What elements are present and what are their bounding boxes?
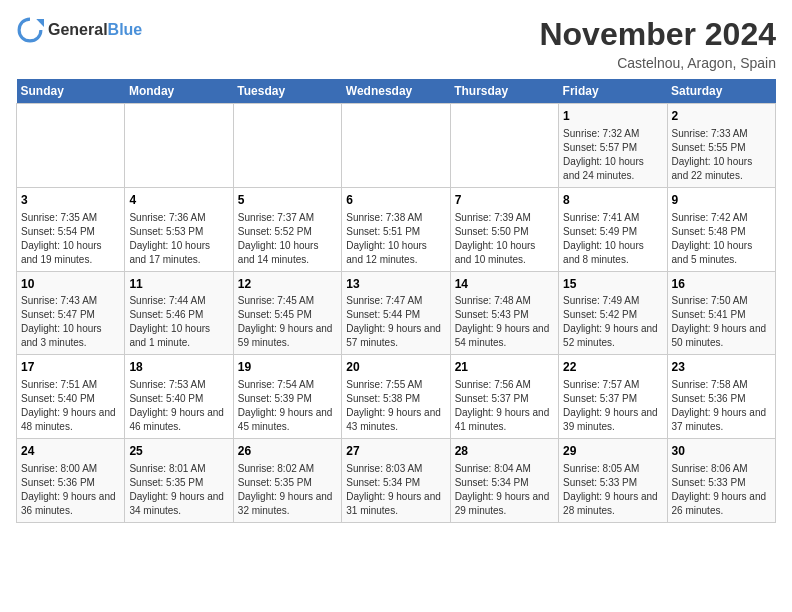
calendar-cell: 26Sunrise: 8:02 AMSunset: 5:35 PMDayligh… [233,439,341,523]
day-number: 4 [129,192,228,209]
calendar-cell: 28Sunrise: 8:04 AMSunset: 5:34 PMDayligh… [450,439,558,523]
calendar-cell: 3Sunrise: 7:35 AMSunset: 5:54 PMDaylight… [17,187,125,271]
calendar-cell [233,104,341,188]
calendar-cell: 29Sunrise: 8:05 AMSunset: 5:33 PMDayligh… [559,439,667,523]
day-number: 20 [346,359,445,376]
day-number: 16 [672,276,771,293]
calendar-cell: 9Sunrise: 7:42 AMSunset: 5:48 PMDaylight… [667,187,775,271]
day-number: 15 [563,276,662,293]
calendar-week-5: 24Sunrise: 8:00 AMSunset: 5:36 PMDayligh… [17,439,776,523]
logo-icon [16,16,44,44]
day-info: Sunrise: 8:06 AMSunset: 5:33 PMDaylight:… [672,462,771,518]
day-info: Sunrise: 7:51 AMSunset: 5:40 PMDaylight:… [21,378,120,434]
day-info: Sunrise: 8:00 AMSunset: 5:36 PMDaylight:… [21,462,120,518]
calendar-cell: 1Sunrise: 7:32 AMSunset: 5:57 PMDaylight… [559,104,667,188]
calendar-cell: 12Sunrise: 7:45 AMSunset: 5:45 PMDayligh… [233,271,341,355]
calendar-cell [450,104,558,188]
day-number: 28 [455,443,554,460]
day-info: Sunrise: 7:48 AMSunset: 5:43 PMDaylight:… [455,294,554,350]
location-title: Castelnou, Aragon, Spain [539,55,776,71]
calendar-cell: 30Sunrise: 8:06 AMSunset: 5:33 PMDayligh… [667,439,775,523]
day-number: 6 [346,192,445,209]
day-number: 25 [129,443,228,460]
day-number: 11 [129,276,228,293]
day-info: Sunrise: 7:44 AMSunset: 5:46 PMDaylight:… [129,294,228,350]
calendar-cell: 4Sunrise: 7:36 AMSunset: 5:53 PMDaylight… [125,187,233,271]
calendar-cell: 23Sunrise: 7:58 AMSunset: 5:36 PMDayligh… [667,355,775,439]
day-info: Sunrise: 7:35 AMSunset: 5:54 PMDaylight:… [21,211,120,267]
calendar-cell [342,104,450,188]
day-info: Sunrise: 7:39 AMSunset: 5:50 PMDaylight:… [455,211,554,267]
day-number: 14 [455,276,554,293]
col-monday: Monday [125,79,233,104]
calendar-table: Sunday Monday Tuesday Wednesday Thursday… [16,79,776,523]
day-number: 18 [129,359,228,376]
col-sunday: Sunday [17,79,125,104]
day-info: Sunrise: 7:53 AMSunset: 5:40 PMDaylight:… [129,378,228,434]
day-info: Sunrise: 7:38 AMSunset: 5:51 PMDaylight:… [346,211,445,267]
day-info: Sunrise: 7:47 AMSunset: 5:44 PMDaylight:… [346,294,445,350]
col-thursday: Thursday [450,79,558,104]
day-number: 8 [563,192,662,209]
day-info: Sunrise: 7:50 AMSunset: 5:41 PMDaylight:… [672,294,771,350]
calendar-cell: 13Sunrise: 7:47 AMSunset: 5:44 PMDayligh… [342,271,450,355]
day-number: 12 [238,276,337,293]
day-number: 19 [238,359,337,376]
calendar-cell: 14Sunrise: 7:48 AMSunset: 5:43 PMDayligh… [450,271,558,355]
day-number: 30 [672,443,771,460]
header-row: Sunday Monday Tuesday Wednesday Thursday… [17,79,776,104]
header: GeneralBlue November 2024 Castelnou, Ara… [16,16,776,71]
day-number: 10 [21,276,120,293]
day-info: Sunrise: 8:02 AMSunset: 5:35 PMDaylight:… [238,462,337,518]
day-info: Sunrise: 7:36 AMSunset: 5:53 PMDaylight:… [129,211,228,267]
day-info: Sunrise: 7:41 AMSunset: 5:49 PMDaylight:… [563,211,662,267]
calendar-cell: 24Sunrise: 8:00 AMSunset: 5:36 PMDayligh… [17,439,125,523]
day-number: 24 [21,443,120,460]
day-number: 3 [21,192,120,209]
calendar-cell: 2Sunrise: 7:33 AMSunset: 5:55 PMDaylight… [667,104,775,188]
col-tuesday: Tuesday [233,79,341,104]
calendar-cell: 15Sunrise: 7:49 AMSunset: 5:42 PMDayligh… [559,271,667,355]
calendar-cell: 22Sunrise: 7:57 AMSunset: 5:37 PMDayligh… [559,355,667,439]
day-number: 7 [455,192,554,209]
day-number: 23 [672,359,771,376]
calendar-body: 1Sunrise: 7:32 AMSunset: 5:57 PMDaylight… [17,104,776,523]
col-friday: Friday [559,79,667,104]
day-info: Sunrise: 7:56 AMSunset: 5:37 PMDaylight:… [455,378,554,434]
month-title: November 2024 [539,16,776,53]
day-number: 2 [672,108,771,125]
calendar-cell: 5Sunrise: 7:37 AMSunset: 5:52 PMDaylight… [233,187,341,271]
day-info: Sunrise: 7:37 AMSunset: 5:52 PMDaylight:… [238,211,337,267]
col-saturday: Saturday [667,79,775,104]
day-info: Sunrise: 7:54 AMSunset: 5:39 PMDaylight:… [238,378,337,434]
day-info: Sunrise: 7:57 AMSunset: 5:37 PMDaylight:… [563,378,662,434]
day-number: 21 [455,359,554,376]
calendar-cell: 21Sunrise: 7:56 AMSunset: 5:37 PMDayligh… [450,355,558,439]
calendar-cell: 19Sunrise: 7:54 AMSunset: 5:39 PMDayligh… [233,355,341,439]
calendar-cell: 16Sunrise: 7:50 AMSunset: 5:41 PMDayligh… [667,271,775,355]
calendar-header: Sunday Monday Tuesday Wednesday Thursday… [17,79,776,104]
calendar-week-2: 3Sunrise: 7:35 AMSunset: 5:54 PMDaylight… [17,187,776,271]
day-info: Sunrise: 7:42 AMSunset: 5:48 PMDaylight:… [672,211,771,267]
day-info: Sunrise: 7:32 AMSunset: 5:57 PMDaylight:… [563,127,662,183]
day-number: 26 [238,443,337,460]
calendar-cell: 27Sunrise: 8:03 AMSunset: 5:34 PMDayligh… [342,439,450,523]
calendar-cell: 7Sunrise: 7:39 AMSunset: 5:50 PMDaylight… [450,187,558,271]
calendar-week-3: 10Sunrise: 7:43 AMSunset: 5:47 PMDayligh… [17,271,776,355]
calendar-cell: 6Sunrise: 7:38 AMSunset: 5:51 PMDaylight… [342,187,450,271]
calendar-cell: 8Sunrise: 7:41 AMSunset: 5:49 PMDaylight… [559,187,667,271]
calendar-week-1: 1Sunrise: 7:32 AMSunset: 5:57 PMDaylight… [17,104,776,188]
day-info: Sunrise: 8:05 AMSunset: 5:33 PMDaylight:… [563,462,662,518]
day-info: Sunrise: 8:01 AMSunset: 5:35 PMDaylight:… [129,462,228,518]
day-info: Sunrise: 7:58 AMSunset: 5:36 PMDaylight:… [672,378,771,434]
calendar-cell: 10Sunrise: 7:43 AMSunset: 5:47 PMDayligh… [17,271,125,355]
title-area: November 2024 Castelnou, Aragon, Spain [539,16,776,71]
day-number: 29 [563,443,662,460]
calendar-week-4: 17Sunrise: 7:51 AMSunset: 5:40 PMDayligh… [17,355,776,439]
col-wednesday: Wednesday [342,79,450,104]
calendar-cell: 17Sunrise: 7:51 AMSunset: 5:40 PMDayligh… [17,355,125,439]
day-info: Sunrise: 7:43 AMSunset: 5:47 PMDaylight:… [21,294,120,350]
day-number: 13 [346,276,445,293]
day-info: Sunrise: 7:33 AMSunset: 5:55 PMDaylight:… [672,127,771,183]
day-info: Sunrise: 8:04 AMSunset: 5:34 PMDaylight:… [455,462,554,518]
